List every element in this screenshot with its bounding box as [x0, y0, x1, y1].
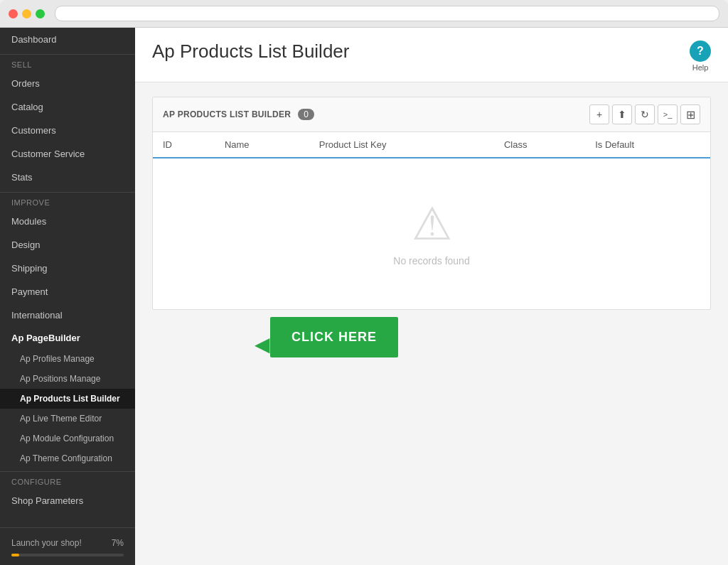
page-header: Ap Products List Builder ? Help — [135, 28, 728, 82]
sidebar-item-modules[interactable]: Modules — [0, 210, 135, 233]
sidebar-section-configure: CONFIGURE — [0, 471, 135, 489]
main-content: Ap Products List Builder ? Help AP PRODU… — [135, 28, 728, 565]
col-id: ID — [153, 132, 215, 158]
sidebar-item-catalog[interactable]: Catalog — [0, 95, 135, 119]
table-panel-header: AP PRODUCTS LIST BUILDER 0 + ⬆ ↻ >_ ⊞ — [153, 97, 710, 132]
data-table: ID Name Product List Key Class Is Defaul… — [153, 132, 710, 309]
empty-message: No records found — [393, 255, 469, 267]
panel-actions: + ⬆ ↻ >_ ⊞ — [589, 104, 700, 124]
sidebar-item-ap-live-theme-editor[interactable]: Ap Live Theme Editor — [0, 409, 135, 429]
col-is-default: Is Default — [585, 132, 710, 158]
table-panel: AP PRODUCTS LIST BUILDER 0 + ⬆ ↻ >_ ⊞ ID — [152, 97, 711, 310]
page-body: AP PRODUCTS LIST BUILDER 0 + ⬆ ↻ >_ ⊞ ID — [135, 82, 728, 565]
sidebar-item-design[interactable]: Design — [0, 233, 135, 257]
add-button[interactable]: + — [589, 104, 609, 124]
terminal-button[interactable]: >_ — [658, 104, 678, 124]
empty-state: ⚠ No records found — [163, 166, 700, 302]
help-button[interactable]: ? Help — [690, 41, 711, 72]
sidebar-item-ap-positions-manage[interactable]: Ap Positions Manage — [0, 369, 135, 389]
maximize-window-button[interactable] — [36, 9, 45, 18]
import-button[interactable]: ⬆ — [612, 104, 632, 124]
sidebar-item-ap-module-configuration[interactable]: Ap Module Configuration — [0, 429, 135, 448]
sidebar-section-sell: SELL — [0, 54, 135, 72]
sidebar-item-orders[interactable]: Orders — [0, 72, 135, 95]
sidebar-item-international[interactable]: International — [0, 303, 135, 327]
sidebar-item-ap-products-list-builder[interactable]: Ap Products List Builder — [0, 389, 135, 409]
sidebar-item-payment[interactable]: Payment — [0, 280, 135, 303]
sidebar-item-dashboard[interactable]: Dashboard — [0, 28, 135, 51]
page-title: Ap Products List Builder — [152, 41, 349, 63]
minimize-window-button[interactable] — [22, 9, 31, 18]
launch-progress-fill — [11, 554, 19, 556]
panel-title: AP PRODUCTS LIST BUILDER — [163, 109, 291, 119]
sidebar-item-customers[interactable]: Customers — [0, 119, 135, 142]
refresh-button[interactable]: ↻ — [635, 104, 655, 124]
launch-bar: Launch your shop! 7% — [0, 532, 135, 554]
click-here-arrow: ◀ — [255, 333, 270, 356]
sidebar: Dashboard SELL Orders Catalog Customers … — [0, 28, 135, 565]
sidebar-bottom: Launch your shop! 7% — [0, 527, 135, 565]
launch-progress-background — [11, 554, 124, 556]
launch-percent: 7% — [112, 538, 124, 548]
warning-triangle-icon: ⚠ — [412, 201, 452, 247]
sidebar-item-ap-theme-configuration[interactable]: Ap Theme Configuration — [0, 448, 135, 468]
sidebar-item-shop-parameters[interactable]: Shop Parameters — [0, 489, 135, 512]
sidebar-item-stats[interactable]: Stats — [0, 166, 135, 189]
sidebar-parent-ap-pagebuilder[interactable]: Ap PageBuilder — [0, 327, 135, 349]
sidebar-item-customer-service[interactable]: Customer Service — [0, 142, 135, 166]
database-button[interactable]: ⊞ — [680, 104, 700, 124]
launch-label: Launch your shop! — [11, 538, 82, 548]
click-here-button[interactable]: CLICK HERE — [270, 317, 398, 357]
sidebar-item-ap-profiles-manage[interactable]: Ap Profiles Manage — [0, 349, 135, 369]
col-name: Name — [215, 132, 309, 158]
sidebar-item-shipping[interactable]: Shipping — [0, 257, 135, 280]
help-label: Help — [692, 63, 709, 72]
help-icon: ? — [690, 41, 711, 62]
col-class: Class — [494, 132, 585, 158]
address-bar[interactable] — [55, 6, 719, 21]
close-window-button[interactable] — [9, 9, 18, 18]
col-product-list-key: Product List Key — [309, 132, 494, 158]
sidebar-section-improve: IMPROVE — [0, 192, 135, 210]
count-badge: 0 — [298, 109, 314, 120]
window-chrome — [0, 0, 728, 28]
